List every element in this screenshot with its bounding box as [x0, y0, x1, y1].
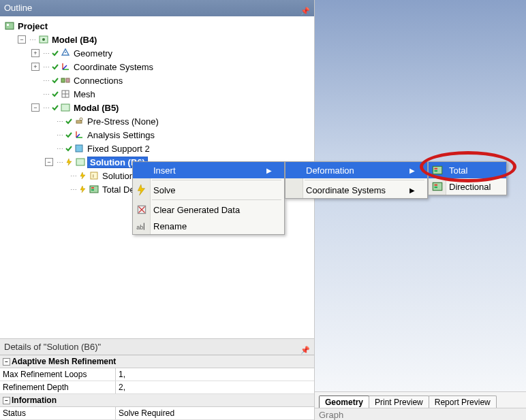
collapse-icon[interactable]: − [45, 158, 53, 166]
check-icon [52, 63, 59, 70]
deformation-result-icon [431, 164, 444, 176]
prestress-icon [74, 116, 84, 127]
svg-rect-33 [435, 170, 438, 172]
svg-line-7 [63, 65, 67, 69]
svg-rect-9 [66, 78, 69, 82]
insert-submenu: Deformation ▶ Coordinate Systems ▶ [285, 161, 428, 199]
tab-print-preview[interactable]: Print Preview [369, 395, 429, 408]
outline-panel-title: Outline 📌 [0, 0, 314, 16]
pin-icon[interactable]: 📌 [300, 342, 310, 358]
bolt-icon [79, 185, 87, 193]
graph-panel-title: Graph [315, 408, 526, 420]
collapse-icon[interactable]: − [31, 103, 40, 112]
expand-icon[interactable]: + [31, 49, 40, 57]
tree-node-mesh[interactable]: ⋯ Mesh [31, 87, 313, 101]
collapse-icon[interactable]: − [3, 397, 10, 404]
check-icon [65, 131, 72, 138]
prop-status[interactable]: Status Solve Required [0, 407, 314, 420]
svg-rect-20 [76, 159, 84, 165]
menu-item-solve[interactable]: Solve [133, 182, 284, 198]
menu-separator [305, 180, 424, 180]
tree-node-model[interactable]: − ⋯ Model (B4) [18, 33, 313, 46]
deformation-result-icon [89, 184, 99, 195]
check-icon [65, 118, 72, 125]
axes-icon [60, 61, 71, 72]
tree-node-analysis-settings[interactable]: ⋯ Analysis Settings [45, 128, 313, 142]
model-icon [38, 34, 49, 45]
collapse-icon[interactable]: − [18, 35, 26, 44]
right-column: Geometry Print Preview Report Preview Gr… [315, 0, 526, 420]
details-group-adaptive[interactable]: − Adaptive Mesh Refinement [0, 355, 314, 368]
info-icon: i [89, 170, 99, 181]
menu-item-insert[interactable]: Insert ▶ [133, 162, 284, 178]
tree-connector: ⋯ [29, 36, 36, 44]
svg-rect-35 [435, 184, 438, 186]
submenu-arrow-icon: ▶ [404, 187, 415, 194]
svg-rect-0 [5, 22, 14, 29]
app-root: Outline 📌 Project − [0, 0, 526, 420]
tree-node-coordinate-systems[interactable]: + ⋯ Coordinate Systems [31, 60, 313, 74]
submenu-arrow-icon: ▶ [404, 167, 415, 174]
prop-refinement-depth[interactable]: Refinement Depth 2, [0, 381, 314, 394]
modal-icon [60, 102, 71, 113]
deformation-result-icon [431, 180, 444, 193]
svg-rect-8 [61, 78, 65, 82]
deformation-submenu: Total Directional [428, 161, 507, 195]
context-menu: Insert ▶ Solve Clear Generated Data ab R… [132, 161, 285, 235]
solution-icon [75, 157, 86, 167]
tree-node-project[interactable]: Project [4, 19, 313, 33]
svg-text:i: i [93, 173, 94, 179]
check-icon [52, 91, 59, 97]
tab-geometry[interactable]: Geometry [319, 395, 369, 408]
collapse-icon[interactable]: − [3, 358, 10, 366]
rename-icon: ab [136, 220, 148, 232]
svg-point-4 [65, 52, 66, 53]
menu-item-directional[interactable]: Directional [429, 178, 506, 195]
svg-rect-36 [435, 187, 438, 188]
bolt-icon [65, 158, 74, 166]
tree-node-prestress[interactable]: ⋯ Pre-Stress (None) [45, 114, 313, 128]
bolt-icon [79, 172, 87, 180]
svg-rect-21 [91, 172, 97, 179]
check-icon [52, 104, 59, 111]
tab-report-preview[interactable]: Report Preview [429, 395, 497, 408]
svg-rect-19 [76, 145, 82, 152]
menu-item-coordinate-systems[interactable]: Coordinate Systems ▶ [285, 182, 427, 198]
menu-item-deformation[interactable]: Deformation ▶ [285, 162, 427, 178]
details-panel-title: Details of "Solution (B6)" 📌 [0, 338, 314, 355]
bolt-icon [136, 184, 148, 196]
menu-item-clear-generated-data[interactable]: Clear Generated Data [133, 201, 284, 218]
outline-title-text: Outline [4, 3, 32, 13]
viewport-tabs: Geometry Print Preview Report Preview [315, 391, 526, 408]
project-icon [4, 20, 15, 31]
check-icon [52, 77, 59, 84]
menu-separator [152, 180, 281, 180]
mesh-icon [60, 88, 71, 99]
pin-icon[interactable]: 📌 [300, 3, 310, 19]
svg-rect-24 [91, 187, 94, 189]
svg-point-3 [42, 38, 45, 41]
connections-icon [60, 75, 71, 86]
check-icon [52, 50, 59, 56]
prop-max-refinement-loops[interactable]: Max Refinement Loops 1, [0, 368, 314, 381]
analysis-settings-icon [74, 129, 84, 140]
menu-item-rename[interactable]: ab Rename [133, 218, 284, 234]
svg-rect-32 [435, 168, 438, 169]
check-icon [65, 145, 72, 152]
tree-node-geometry[interactable]: + ⋯ Geometry [31, 46, 313, 60]
tree-node-fixed-support[interactable]: ⋯ Fixed Support 2 [45, 142, 313, 155]
tree-node-connections[interactable]: ⋯ Connections [31, 74, 313, 87]
svg-rect-1 [7, 24, 9, 26]
details-group-information[interactable]: − Information [0, 394, 314, 407]
menu-separator [152, 199, 281, 200]
svg-rect-25 [91, 189, 94, 191]
menu-item-total[interactable]: Total [429, 162, 506, 178]
clear-data-icon [136, 204, 148, 216]
svg-rect-14 [76, 120, 82, 123]
expand-icon[interactable]: + [31, 63, 40, 71]
tree-node-modal[interactable]: − ⋯ Modal (B5) [31, 101, 313, 114]
details-panel: − Adaptive Mesh Refinement Max Refinemen… [0, 355, 314, 420]
svg-rect-13 [61, 104, 69, 111]
svg-text:ab: ab [136, 224, 143, 231]
submenu-arrow-icon: ▶ [261, 167, 272, 174]
